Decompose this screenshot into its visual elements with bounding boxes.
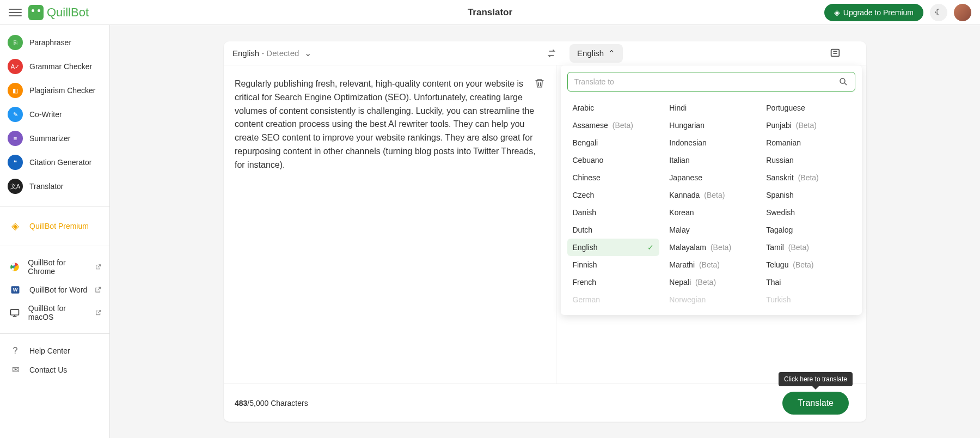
swap-languages-button[interactable] — [538, 48, 565, 59]
page-title: Translator — [468, 7, 512, 18]
language-option-cebuano[interactable]: Cebuano — [567, 151, 660, 169]
sidebar-item-contact-us[interactable]: ✉Contact Us — [0, 360, 109, 379]
chevron-up-icon: ⌃ — [608, 48, 615, 58]
search-input[interactable] — [574, 77, 839, 86]
language-name: Japanese — [669, 173, 702, 182]
language-name: Indonesian — [669, 138, 707, 147]
language-name: Italian — [669, 156, 689, 165]
language-option-danish[interactable]: Danish — [567, 204, 660, 221]
logo[interactable]: QuillBot — [28, 5, 89, 20]
chevron-down-icon[interactable]: ⌄ — [304, 48, 311, 58]
language-option-indonesian[interactable]: Indonesian — [664, 134, 756, 151]
language-name: Portuguese — [766, 104, 805, 112]
language-option-punjabi[interactable]: Punjabi (Beta) — [761, 117, 853, 134]
sidebar-item-help-center[interactable]: ?Help Center — [0, 342, 109, 360]
language-dropdown: ArabicHindiPortugueseAssamese (Beta)Hung… — [561, 65, 862, 315]
sidebar-item-quillbot-for-word[interactable]: WQuillBot for Word — [0, 280, 109, 300]
external-link-icon — [94, 286, 102, 294]
source-language[interactable]: English — [232, 48, 259, 58]
language-name: Assamese (Beta) — [573, 121, 633, 130]
sidebar-item-quillbot-for-chrome[interactable]: QuillBot for Chrome — [0, 254, 109, 280]
sidebar-item-plagiarism-checker[interactable]: ◧Plagiarism Checker — [0, 78, 109, 102]
language-name: Cebuano — [573, 156, 604, 165]
language-option-spanish[interactable]: Spanish — [761, 186, 853, 204]
language-option-tamil[interactable]: Tamil (Beta) — [761, 239, 853, 256]
language-option-telugu[interactable]: Telugu (Beta) — [761, 256, 853, 273]
sidebar-item-label: Co-Writer — [29, 110, 62, 119]
language-option-japanese[interactable]: Japanese — [664, 169, 756, 186]
language-option-nepali[interactable]: Nepali (Beta) — [664, 273, 756, 291]
language-option-bengali[interactable]: Bengali — [567, 134, 660, 151]
language-search[interactable] — [567, 72, 856, 92]
language-option-arabic[interactable]: Arabic — [567, 99, 660, 117]
sidebar-item-quillbot-for-macos[interactable]: QuillBot for macOS — [0, 300, 109, 326]
sidebar-item-premium[interactable]: ◈ QuillBot Premium — [0, 214, 109, 238]
divider — [0, 246, 109, 246]
language-name: Hungarian — [669, 121, 705, 130]
language-option-marathi[interactable]: Marathi (Beta) — [664, 256, 756, 273]
sidebar-item-grammar-checker[interactable]: A✓Grammar Checker — [0, 54, 109, 78]
language-name: Malay — [669, 226, 689, 234]
language-name: Malayalam (Beta) — [669, 243, 731, 252]
language-name: Korean — [669, 208, 694, 217]
sidebar-item-label: Paraphraser — [29, 38, 71, 47]
dark-mode-toggle[interactable]: ☾ — [930, 4, 947, 21]
language-name: Norwegian — [669, 295, 706, 304]
language-option-korean[interactable]: Korean — [664, 204, 756, 221]
language-option-russian[interactable]: Russian — [761, 151, 853, 169]
language-option-hungarian[interactable]: Hungarian — [664, 117, 756, 134]
language-option-french[interactable]: French — [567, 273, 660, 291]
target-language-label: English — [577, 48, 604, 58]
translate-button[interactable]: Click here to translate Translate — [782, 392, 849, 415]
tool-icon: 文A — [8, 179, 23, 194]
menu-icon[interactable] — [9, 6, 22, 19]
tooltip: Click here to translate — [779, 372, 853, 386]
language-option-portuguese[interactable]: Portuguese — [761, 99, 853, 117]
language-name: Tamil (Beta) — [766, 243, 809, 252]
app-icon: W — [8, 284, 23, 295]
language-option-chinese[interactable]: Chinese — [567, 169, 660, 186]
language-name: Spanish — [766, 191, 794, 199]
app-icon — [8, 307, 22, 318]
language-option-english[interactable]: English✓ — [567, 239, 660, 256]
language-option-dutch[interactable]: Dutch — [567, 221, 660, 239]
language-option-hindi[interactable]: Hindi — [664, 99, 756, 117]
language-name: Arabic — [573, 104, 595, 112]
sidebar-item-citation-generator[interactable]: ❝Citation Generator — [0, 150, 109, 174]
language-option-german[interactable]: German — [567, 291, 660, 308]
language-option-thai[interactable]: Thai — [761, 273, 853, 291]
language-option-norwegian[interactable]: Norwegian — [664, 291, 756, 308]
delete-icon[interactable] — [534, 77, 545, 89]
sidebar-item-label: Summarizer — [29, 134, 70, 143]
language-option-italian[interactable]: Italian — [664, 151, 756, 169]
language-option-romanian[interactable]: Romanian — [761, 134, 853, 151]
sidebar-item-paraphraser[interactable]: ⎘Paraphraser — [0, 31, 109, 54]
language-option-finnish[interactable]: Finnish — [567, 256, 660, 273]
language-option-malayalam[interactable]: Malayalam (Beta) — [664, 239, 756, 256]
language-option-assamese[interactable]: Assamese (Beta) — [567, 117, 660, 134]
language-option-turkish[interactable]: Turkish — [761, 291, 853, 308]
sidebar-item-translator[interactable]: 文ATranslator — [0, 174, 109, 198]
diamond-icon: ◈ — [8, 218, 23, 234]
language-name: Romanian — [766, 138, 801, 147]
target-language-button[interactable]: English ⌃ — [569, 44, 623, 63]
avatar[interactable] — [954, 4, 971, 21]
language-option-tagalog[interactable]: Tagalog — [761, 221, 853, 239]
source-text[interactable]: Regularly publishing fresh, relevant, hi… — [235, 77, 545, 373]
language-option-sanskrit[interactable]: Sanskrit (Beta) — [761, 169, 853, 186]
tool-icon: ≡ — [8, 131, 23, 146]
diamond-icon: ◈ — [834, 8, 840, 17]
sidebar-item-co-writer[interactable]: ✎Co-Writer — [0, 102, 109, 126]
language-name: Thai — [766, 278, 781, 287]
search-icon — [838, 77, 848, 87]
upgrade-button[interactable]: ◈ Upgrade to Premium — [824, 4, 923, 21]
language-option-czech[interactable]: Czech — [567, 186, 660, 204]
language-option-malay[interactable]: Malay — [664, 221, 756, 239]
language-option-swedish[interactable]: Swedish — [761, 204, 853, 221]
char-max: 5,000 Characters — [249, 399, 308, 407]
language-option-kannada[interactable]: Kannada (Beta) — [664, 186, 756, 204]
sidebar-item-summarizer[interactable]: ≡Summarizer — [0, 126, 109, 150]
language-name: Hindi — [669, 104, 687, 112]
char-current: 483 — [235, 399, 247, 407]
tool-icon: A✓ — [8, 59, 23, 74]
